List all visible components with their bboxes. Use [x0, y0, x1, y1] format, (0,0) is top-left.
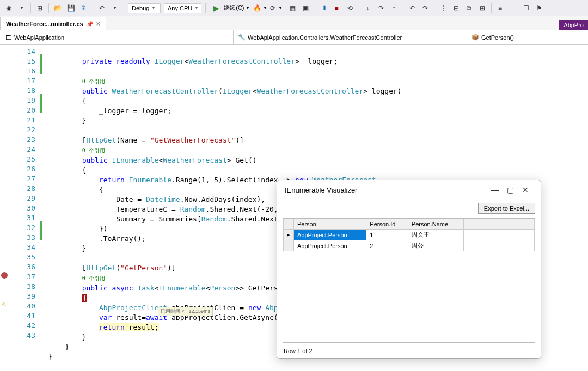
platform-label: Any CPU [168, 5, 192, 11]
warning-icon: ⚠ [1, 301, 7, 308]
align2-icon[interactable]: ≣ [507, 2, 519, 14]
minimize-button[interactable]: — [487, 186, 503, 194]
nav-bar: 🗔WebApiApplication 🔧WebApiApplication.Co… [0, 30, 588, 45]
misc2-icon[interactable]: ⊟ [450, 2, 462, 14]
break-icon[interactable]: ⟲ [344, 2, 356, 14]
misc3-icon[interactable]: ⧉ [463, 2, 475, 14]
open-icon[interactable]: 📂 [52, 2, 64, 14]
misc1-icon[interactable]: ⋮ [437, 2, 449, 14]
continue-button[interactable]: ▶ [210, 2, 222, 14]
document-tabs: WeatherForec...ontroller.cs 📌 × AbpPro [0, 16, 588, 30]
method-label: GetPerson() [481, 34, 514, 41]
export-excel-button[interactable]: Export to Excel... [478, 203, 535, 214]
undo-icon[interactable]: ↶ [96, 2, 108, 14]
config-dropdown[interactable]: Debug▾ [128, 3, 161, 13]
nav-dropdown-icon[interactable]: ▾ [16, 2, 28, 14]
pin-icon[interactable]: 📌 [87, 21, 93, 27]
data-grid[interactable]: PersonPerson.IdPerson.Name ▸AbpProject.P… [283, 218, 535, 343]
active-tab[interactable]: WeatherForec...ontroller.cs 📌 × [0, 17, 106, 30]
stop-icon[interactable]: ■ [331, 2, 343, 14]
visualizer-window: IEnumerable Visualizer — ▢ ✕ Export to E… [277, 180, 541, 359]
continue-label: 继续(C) [224, 4, 244, 12]
visualizer-title: IEnumerable Visualizer [285, 186, 487, 194]
elapsed-tooltip: 已用时间 <= 12,159ms [158, 307, 213, 316]
platform-dropdown[interactable]: Any CPU▾ [164, 3, 201, 13]
toolbox1-icon[interactable]: ▦ [287, 2, 299, 14]
nav-back-icon[interactable]: ◉ [3, 2, 15, 14]
class-icon: 🔧 [238, 34, 246, 41]
step-back-icon[interactable]: ↶ [406, 2, 418, 14]
new-item-icon[interactable]: ⊞ [34, 2, 46, 14]
change-marker-col [39, 45, 44, 371]
step-into-icon[interactable]: ↓ [362, 2, 374, 14]
line-gutter: 1415161718192021222324252627282930313233… [0, 45, 39, 371]
save-icon[interactable]: 💾 [65, 2, 77, 14]
class-label: WebApiApplication.Controllers.WeatherFor… [248, 34, 402, 41]
main-toolbar: ◉ ▾ ⊞ 📂 💾 🗎 ↶ ▾ Debug▾ Any CPU▾ ▶ 继续(C) … [0, 0, 588, 16]
close-button[interactable]: ✕ [518, 186, 533, 194]
scope-selector[interactable]: 🗔WebApiApplication [0, 30, 234, 44]
step-forward-icon[interactable]: ↷ [419, 2, 431, 14]
step-out-icon[interactable]: ↑ [388, 2, 400, 14]
align1-icon[interactable]: ≡ [494, 2, 506, 14]
class-selector[interactable]: 🔧WebApiApplication.Controllers.WeatherFo… [234, 30, 467, 44]
breakpoint-marker[interactable] [1, 272, 8, 279]
maximize-button[interactable]: ▢ [503, 186, 518, 194]
right-panel-tab[interactable]: AbpPro [559, 20, 588, 30]
method-selector[interactable]: 📦GetPerson() [467, 30, 588, 44]
table-row[interactable]: ▸AbpProject.Person1周文王 [284, 230, 535, 240]
col-name[interactable]: Person.Name [408, 219, 463, 230]
hot-menu[interactable]: ▾ [264, 5, 266, 10]
bookmark-icon[interactable]: ☐ [520, 2, 532, 14]
config-label: Debug [132, 5, 149, 11]
method-icon: 📦 [471, 34, 479, 41]
project-icon: 🗔 [4, 34, 12, 41]
undo-menu[interactable]: ▾ [109, 2, 121, 14]
col-person[interactable]: Person [294, 219, 366, 230]
toolbox2-icon[interactable]: ▣ [300, 2, 312, 14]
misc4-icon[interactable]: ⊞ [476, 2, 488, 14]
restart-menu[interactable]: ▾ [279, 5, 281, 10]
restart-icon[interactable]: ⟳ [267, 2, 279, 14]
hot-reload-icon[interactable]: 🔥 [252, 2, 264, 14]
scope-label: WebApiApplication [14, 34, 64, 41]
cursor-indicator [485, 348, 485, 355]
continue-menu[interactable]: ▾ [247, 5, 249, 10]
close-icon[interactable]: × [96, 20, 100, 28]
col-id[interactable]: Person.Id [366, 219, 408, 230]
step-over-icon[interactable]: ↷ [375, 2, 387, 14]
pause-icon[interactable]: ⏸ [318, 2, 330, 14]
save-all-icon[interactable]: 🗎 [78, 2, 90, 14]
table-row[interactable]: AbpProject.Person2周公 [284, 240, 535, 251]
flag-icon[interactable]: ⚑ [534, 2, 546, 14]
status-text: Row 1 of 2 [284, 348, 485, 355]
tab-label: WeatherForec...ontroller.cs [6, 21, 83, 27]
